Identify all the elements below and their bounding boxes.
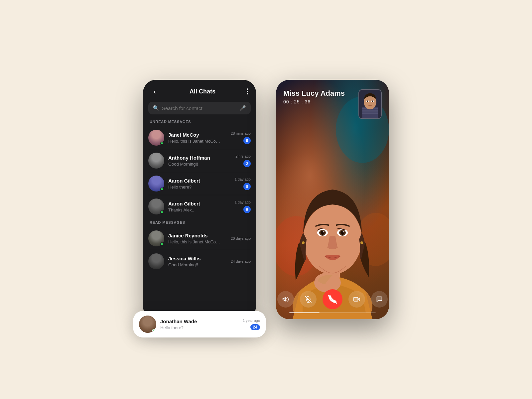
unread-section-label: UNREAD MESSAGES	[143, 120, 256, 126]
svg-point-15	[360, 241, 363, 244]
notif-name: Jonathan Wade	[160, 319, 239, 324]
svg-point-26	[372, 100, 373, 102]
contact-name: Aaron Gilbert	[168, 178, 231, 184]
contact-name: Janet McCoy	[168, 132, 227, 138]
avatar	[148, 153, 164, 169]
avatar-wrap	[148, 230, 164, 246]
search-input[interactable]	[162, 105, 237, 111]
chat-info: Anthony Hoffman Good Morning!!	[168, 155, 231, 167]
end-call-button[interactable]	[323, 289, 342, 309]
call-progress-fill	[289, 312, 320, 313]
search-bar: 🔍 🎤	[148, 102, 251, 114]
chat-meta: 1 day ago 9	[235, 200, 251, 213]
phones-container: ‹ All Chats 🔍 🎤 UNREAD MESSAGES	[143, 80, 389, 319]
video-button[interactable]	[348, 291, 365, 308]
unread-badge: 5	[243, 137, 251, 144]
chat-phone: ‹ All Chats 🔍 🎤 UNREAD MESSAGES	[143, 80, 256, 319]
list-item[interactable]: Janice Reynolds Hello, this is Janet McC…	[143, 227, 256, 250]
caller-details: Miss Lucy Adams 00 : 25 : 36	[283, 89, 345, 104]
message-time: 1 day ago	[235, 177, 251, 181]
unread-badge: 9	[243, 206, 251, 213]
read-chat-list: Janice Reynolds Hello, this is Janet McC…	[143, 227, 256, 273]
chat-icon	[376, 296, 383, 303]
avatar-wrap	[148, 176, 164, 192]
chat-button[interactable]	[371, 291, 388, 308]
svg-rect-33	[354, 297, 358, 301]
online-indicator	[160, 242, 164, 246]
chat-info: Janice Reynolds Hello, this is Janet McC…	[168, 233, 227, 244]
notif-time: 1 year ago	[243, 319, 260, 323]
unread-badge: 2	[243, 160, 251, 167]
message-time: 28 mins ago	[231, 131, 251, 135]
svg-rect-21	[362, 112, 378, 114]
contact-name: Anthony Hoffman	[168, 155, 231, 161]
chat-meta: 20 days ago	[231, 236, 251, 240]
avatar-wrap	[148, 199, 164, 214]
notif-preview: Hello there?	[160, 325, 239, 330]
contact-name: Jessica Willis	[168, 256, 227, 261]
online-indicator	[160, 142, 164, 145]
call-phone: Miss Lucy Adams 00 : 25 : 36	[276, 80, 389, 319]
call-progress-bar	[289, 312, 376, 313]
call-controls	[276, 289, 389, 309]
notif-avatar	[139, 316, 156, 333]
call-duration: 00 : 25 : 36	[283, 99, 345, 104]
search-icon: 🔍	[153, 105, 159, 111]
mute-icon	[305, 296, 312, 303]
mute-button[interactable]	[300, 291, 317, 308]
list-item[interactable]: Jessica Willis Good Morning!! 24 days ag…	[143, 250, 256, 273]
speaker-button[interactable]	[277, 291, 294, 308]
notif-badge: 24	[250, 324, 260, 330]
unread-chat-list: Janet McCoy Hello, this is Janet McCoy. …	[143, 126, 256, 218]
chat-header: ‹ All Chats	[143, 80, 256, 100]
self-preview-thumbnail	[358, 89, 382, 119]
chat-meta: 28 mins ago 5	[231, 131, 251, 144]
notif-online-dot	[152, 329, 156, 332]
online-indicator	[160, 188, 164, 191]
notification-card[interactable]: Jonathan Wade Hello there? 1 year ago 24	[133, 311, 266, 337]
avatar-wrap	[148, 153, 164, 169]
unread-badge: 8	[243, 183, 251, 190]
message-preview: Good Morning!!	[168, 262, 221, 267]
svg-point-24	[367, 100, 368, 102]
svg-marker-32	[358, 298, 360, 301]
message-time: 1 day ago	[235, 200, 251, 204]
chat-info: Jessica Willis Good Morning!!	[168, 256, 227, 267]
chat-meta: 24 days ago	[231, 259, 251, 263]
chat-meta: 2 hrs ago 2	[235, 154, 251, 167]
menu-button[interactable]	[245, 87, 249, 96]
svg-rect-20	[362, 110, 378, 112]
svg-marker-27	[283, 297, 286, 301]
avatar-wrap	[148, 130, 164, 146]
notif-info: Jonathan Wade Hello there?	[160, 319, 239, 330]
list-item[interactable]: Aaron Gilbert Hello there? 1 day ago 8	[143, 172, 256, 195]
mic-icon[interactable]: 🎤	[240, 105, 246, 111]
avatar-wrap	[148, 253, 164, 269]
message-preview: Good Morning!!	[168, 162, 221, 167]
list-item[interactable]: Aaron Gilbert Thanks Alex.. 1 day ago 9	[143, 195, 256, 218]
chat-info: Aaron Gilbert Hello there?	[168, 178, 231, 190]
read-section-label: READ MESSAGES	[143, 220, 256, 227]
message-time: 20 days ago	[231, 236, 251, 240]
caller-name: Miss Lucy Adams	[283, 89, 345, 98]
list-item[interactable]: Anthony Hoffman Good Morning!! 2 hrs ago…	[143, 149, 256, 172]
message-time: 2 hrs ago	[235, 154, 251, 158]
self-preview-art	[359, 90, 381, 118]
end-call-icon	[328, 295, 337, 304]
avatar	[148, 253, 164, 269]
back-button[interactable]: ‹	[150, 88, 160, 95]
contact-name: Aaron Gilbert	[168, 201, 231, 206]
svg-point-9	[323, 231, 325, 232]
self-video-feed	[359, 90, 381, 118]
notif-meta: 1 year ago 24	[243, 319, 260, 330]
chat-info: Aaron Gilbert Thanks Alex..	[168, 201, 231, 212]
speaker-icon	[282, 296, 289, 303]
message-preview: Hello, this is Janet McCoy. I want ...	[168, 139, 221, 144]
video-icon	[353, 296, 360, 303]
message-preview: Thanks Alex..	[168, 207, 221, 212]
list-item[interactable]: Janet McCoy Hello, this is Janet McCoy. …	[143, 126, 256, 149]
call-info: Miss Lucy Adams 00 : 25 : 36	[283, 89, 382, 119]
chat-meta: 1 day ago 8	[235, 177, 251, 190]
message-time: 24 days ago	[231, 259, 251, 263]
message-preview: Hello there?	[168, 185, 221, 190]
